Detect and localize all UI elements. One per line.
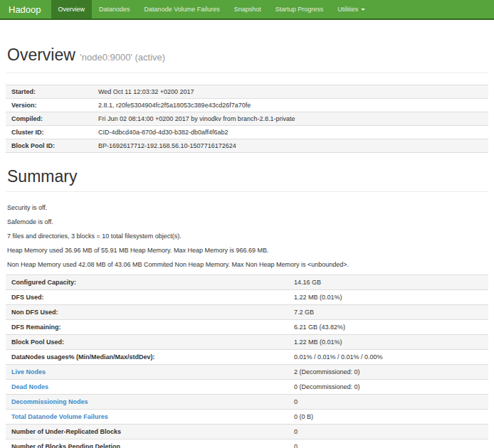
divider [6,73,488,73]
summary-label: DFS Used: [6,290,288,305]
info-label: Compiled: [6,112,93,126]
info-value: Wed Oct 11 12:03:32 +0200 2017 [93,85,488,99]
info-label: Block Pool ID: [6,139,93,153]
table-row: Dead Nodes0 (Decommissioned: 0) [6,380,488,395]
app-brand[interactable]: Hadoop [0,0,51,18]
summary-label: Non DFS Used: [6,305,288,320]
summary-label: DFS Remaining: [6,320,288,335]
table-row: Block Pool Used:1.22 MB (0.01%) [6,335,488,350]
nav-item-label: Datanodes [99,6,130,13]
info-label: Started: [6,85,93,99]
nav-item-label: Utilities [337,6,358,13]
summary-line: Safemode is off. [7,218,488,226]
summary-value: 0.01% / 0.01% / 0.01% / 0.00% [288,350,488,365]
summary-value: 2 (Decommissioned: 0) [288,365,488,380]
summary-label: Number of Blocks Pending Deletion [6,439,288,448]
nav-item-snapshot[interactable]: Snapshot [227,0,268,18]
summary-label: Block Pool Used: [6,335,288,350]
summary-value: 0 [288,439,488,448]
summary-value: 0 [288,425,488,439]
link-decommissioning-nodes[interactable]: Decommissioning Nodes [11,398,88,405]
summary-table-body: Configured Capacity:14.16 GBDFS Used:1.2… [6,275,488,448]
summary-value: 0 [288,395,488,410]
page-content: Overview 'node0:9000' (active) Started:W… [0,46,494,448]
info-label: Cluster ID: [6,126,93,139]
table-row: Total Datanode Volume Failures0 (0 B) [6,410,488,425]
nav-item-label: Startup Progress [275,6,324,13]
info-value: Fri Jun 02 08:14:00 +0200 2017 by vinodk… [93,112,488,126]
table-row: Version:2.8.1, r20fe5304904fc2f5a18053c3… [6,99,488,112]
table-row: Number of Under-Replicated Blocks0 [6,425,488,439]
overview-info-table-body: Started:Wed Oct 11 12:03:32 +0200 2017Ve… [6,85,488,153]
table-row: Non DFS Used:7.2 GB [6,305,488,320]
summary-label: DataNodes usages% (Min/Median/Max/stdDev… [6,350,288,365]
table-row: Started:Wed Oct 11 12:03:32 +0200 2017 [6,85,488,99]
summary-label: Dead Nodes [6,380,288,395]
nav-item-label: Datanode Volume Failures [144,6,220,13]
summary-label: Decommissioning Nodes [6,395,288,410]
summary-value: 14.16 GB [288,275,488,290]
navbar: Hadoop OverviewDatanodesDatanode Volume … [0,0,494,20]
nav-item-label: Overview [58,6,85,13]
summary-value: 7.2 GB [288,305,488,320]
link-live-nodes[interactable]: Live Nodes [11,368,46,375]
table-row: Compiled:Fri Jun 02 08:14:00 +0200 2017 … [6,112,488,126]
summary-line: Heap Memory used 36.96 MB of 55.91 MB He… [7,246,488,255]
link-total-datanode-volume-failures[interactable]: Total Datanode Volume Failures [11,413,108,420]
summary-label: Total Datanode Volume Failures [6,410,288,425]
table-row: DFS Used:1.22 MB (0.01%) [6,290,488,305]
link-dead-nodes[interactable]: Dead Nodes [11,383,48,390]
info-label: Version: [6,99,93,112]
summary-label: Configured Capacity: [6,275,288,290]
summary-label: Live Nodes [6,365,288,380]
summary-line: Security is off. [7,203,488,212]
nav-item-utilities[interactable]: Utilities [330,0,372,18]
summary-value: 0 (0 B) [288,410,488,425]
nav-item-overview[interactable]: Overview [51,0,93,18]
nav-item-startup-progress[interactable]: Startup Progress [268,0,331,18]
summary-value: 1.22 MB (0.01%) [288,290,488,305]
nav-item-datanodes[interactable]: Datanodes [92,0,137,18]
summary-line: 7 files and directories, 3 blocks = 10 t… [7,232,488,240]
summary-value: 6.21 GB (43.82%) [288,320,488,335]
table-row: DataNodes usages% (Min/Median/Max/stdDev… [6,350,488,365]
info-value: BP-1692617712-192.168.56.10-150771617262… [93,139,488,153]
summary-value: 1.22 MB (0.01%) [288,335,488,350]
table-row: Block Pool ID:BP-1692617712-192.168.56.1… [6,139,488,153]
nav-item-datanode-volume-failures[interactable]: Datanode Volume Failures [137,0,227,18]
summary-line: Non Heap Memory used 42.08 MB of 43.06 M… [7,260,488,269]
namenode-address: 'node0:9000' (active) [80,52,165,63]
summary-heading: Summary [7,167,488,186]
table-row: DFS Remaining:6.21 GB (43.82%) [6,320,488,335]
table-row: Number of Blocks Pending Deletion0 [6,439,488,448]
table-row: Cluster ID:CID-4dbcd40a-870d-4d30-b382-d… [6,126,488,139]
summary-value: 0 (Decommissioned: 0) [288,380,488,395]
info-value: 2.8.1, r20fe5304904fc2f5a18053c389e43cd2… [93,99,488,112]
info-value: CID-4dbcd40a-870d-4d30-b382-db0aff4f6ab2 [93,126,488,139]
overview-info-table: Started:Wed Oct 11 12:03:32 +0200 2017Ve… [6,85,488,153]
summary-label: Number of Under-Replicated Blocks [6,425,288,439]
overview-title: Overview [7,46,75,64]
nav-item-label: Snapshot [234,6,261,13]
divider [6,191,488,192]
summary-text: Security is off.Safemode is off.7 files … [6,203,488,269]
navbar-menu: OverviewDatanodesDatanode Volume Failure… [51,0,373,18]
overview-heading: Overview 'node0:9000' (active) [7,46,488,67]
chevron-down-icon [361,9,365,11]
table-row: Configured Capacity:14.16 GB [6,275,488,290]
summary-table: Configured Capacity:14.16 GBDFS Used:1.2… [6,274,488,448]
table-row: Live Nodes2 (Decommissioned: 0) [6,365,488,380]
table-row: Decommissioning Nodes0 [6,395,488,410]
